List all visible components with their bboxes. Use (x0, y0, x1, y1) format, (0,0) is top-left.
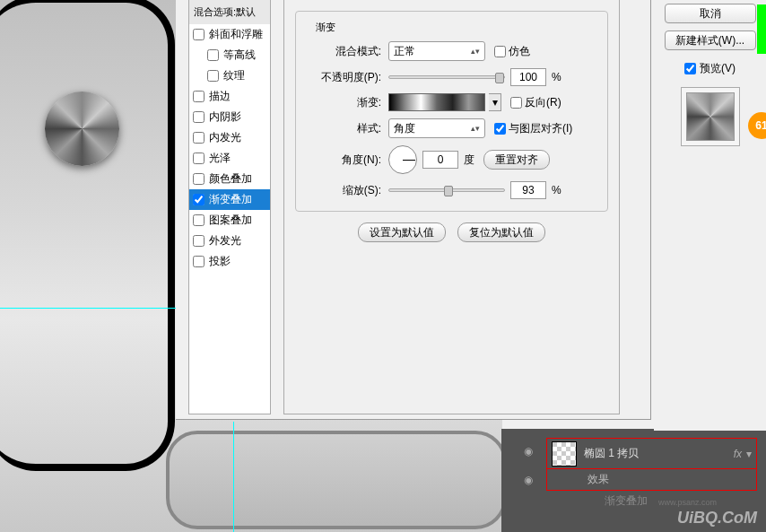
align-checkbox[interactable]: 与图层对齐(I) (494, 121, 572, 136)
visibility-eye-icon[interactable]: ◉ (519, 474, 537, 486)
checkbox[interactable] (193, 235, 205, 247)
inner-rounded-shape (166, 431, 507, 529)
gradient-dropdown-icon[interactable]: ▾ (489, 93, 501, 111)
select-arrows-icon: ▴▾ (471, 124, 480, 133)
device-outline-shape (0, 0, 175, 471)
layer-row[interactable]: 椭圆 1 拷贝 fx ▾ (546, 438, 757, 469)
effect-item-label: 渐变叠加 (605, 493, 648, 509)
style-item-color-overlay[interactable]: 颜色叠加 (189, 169, 270, 189)
layer-name-label: 椭圆 1 拷贝 (584, 446, 734, 461)
opacity-slider[interactable] (388, 75, 505, 79)
layer-style-dialog: 混合选项:默认 斜面和浮雕 等高线 纹理 描边 内阴影 内发光 光泽 颜色叠加 … (176, 0, 651, 420)
gradient-settings-panel: 渐变 混合模式: 正常 ▴▾ 仿色 不透明度(P): % 渐变: ▾ (283, 0, 620, 414)
fieldset-legend: 渐变 (312, 21, 339, 34)
angle-dial[interactable] (388, 145, 417, 174)
gradient-picker[interactable] (388, 93, 485, 111)
scale-label: 缩放(S): (305, 183, 381, 198)
gradient-fieldset: 渐变 混合模式: 正常 ▴▾ 仿色 不透明度(P): % 渐变: ▾ (295, 11, 608, 212)
metallic-knob-shape (45, 92, 119, 166)
reverse-checkbox[interactable]: 反向(R) (510, 95, 561, 110)
preview-container (681, 87, 740, 146)
watermark-url: www.psanz.com (658, 498, 717, 507)
slider-thumb[interactable] (495, 73, 504, 83)
set-default-button[interactable]: 设置为默认值 (358, 222, 446, 242)
select-arrows-icon: ▴▾ (471, 47, 480, 56)
blend-options-header[interactable]: 混合选项:默认 (189, 0, 270, 24)
effects-row[interactable]: 效果 (546, 469, 757, 491)
styles-sidebar: 混合选项:默认 斜面和浮雕 等高线 纹理 描边 内阴影 内发光 光泽 颜色叠加 … (188, 0, 271, 414)
dialog-right-panel: 取消 新建样式(W)... 预览(V) 61 (654, 0, 766, 431)
layers-panel: ◉ 椭圆 1 拷贝 fx ▾ ◉ 效果 渐变叠加 www.psanz.com U… (501, 429, 766, 532)
scale-slider[interactable] (388, 188, 505, 192)
fx-badge[interactable]: fx (734, 448, 742, 460)
checkbox[interactable] (193, 132, 205, 144)
new-style-button[interactable]: 新建样式(W)... (665, 31, 756, 50)
effects-label: 效果 (588, 472, 609, 487)
checkbox[interactable] (193, 153, 205, 164)
checkbox[interactable] (193, 256, 205, 267)
gradient-label: 渐变: (305, 95, 381, 110)
style-item-contour[interactable]: 等高线 (189, 45, 270, 65)
checkbox[interactable] (193, 214, 205, 226)
checkbox[interactable] (193, 91, 205, 102)
style-item-gradient-overlay[interactable]: 渐变叠加 (189, 189, 270, 210)
reset-align-button[interactable]: 重置对齐 (483, 150, 550, 170)
layer-thumbnail (552, 441, 577, 467)
checkbox[interactable] (193, 111, 205, 123)
angle-input[interactable] (422, 151, 458, 169)
chevron-down-icon[interactable]: ▾ (746, 448, 752, 460)
style-item-texture[interactable]: 纹理 (189, 65, 270, 86)
style-item-pattern-overlay[interactable]: 图案叠加 (189, 210, 270, 231)
style-label: 样式: (305, 121, 381, 136)
checkbox[interactable] (207, 49, 219, 61)
effect-item[interactable]: 渐变叠加 (546, 491, 757, 510)
opacity-label: 不透明度(P): (305, 70, 381, 85)
slider-thumb[interactable] (444, 186, 453, 196)
notification-badge[interactable]: 61 (748, 112, 766, 139)
dither-checkbox[interactable]: 仿色 (494, 44, 530, 59)
preview-checkbox[interactable]: 预览(V) (654, 61, 766, 76)
angle-label: 角度(N): (305, 153, 381, 168)
scale-input[interactable] (510, 181, 546, 199)
style-select[interactable]: 角度 ▴▾ (388, 118, 485, 138)
checkbox[interactable] (193, 29, 205, 40)
style-item-outer-glow[interactable]: 外发光 (189, 231, 270, 251)
style-item-inner-shadow[interactable]: 内阴影 (189, 107, 270, 127)
style-item-stroke[interactable]: 描边 (189, 86, 270, 107)
style-item-inner-glow[interactable]: 内发光 (189, 127, 270, 148)
checkbox[interactable] (193, 173, 205, 185)
watermark-text: UiBQ.CoM (677, 509, 757, 528)
style-item-drop-shadow[interactable]: 投影 (189, 251, 270, 272)
style-item-bevel[interactable]: 斜面和浮雕 (189, 24, 270, 45)
checkbox[interactable] (193, 194, 205, 205)
style-item-satin[interactable]: 光泽 (189, 148, 270, 169)
cancel-button[interactable]: 取消 (665, 4, 756, 23)
reset-default-button[interactable]: 复位为默认值 (457, 222, 545, 242)
checkbox[interactable] (207, 70, 219, 82)
vertical-guide (233, 422, 234, 532)
visibility-eye-icon[interactable]: ◉ (519, 445, 537, 458)
opacity-input[interactable] (510, 68, 546, 86)
blend-mode-select[interactable]: 正常 ▴▾ (388, 41, 485, 61)
preview-thumbnail (686, 92, 735, 141)
blend-mode-label: 混合模式: (305, 44, 381, 59)
color-indicator (757, 4, 766, 54)
angle-indicator (403, 160, 415, 161)
